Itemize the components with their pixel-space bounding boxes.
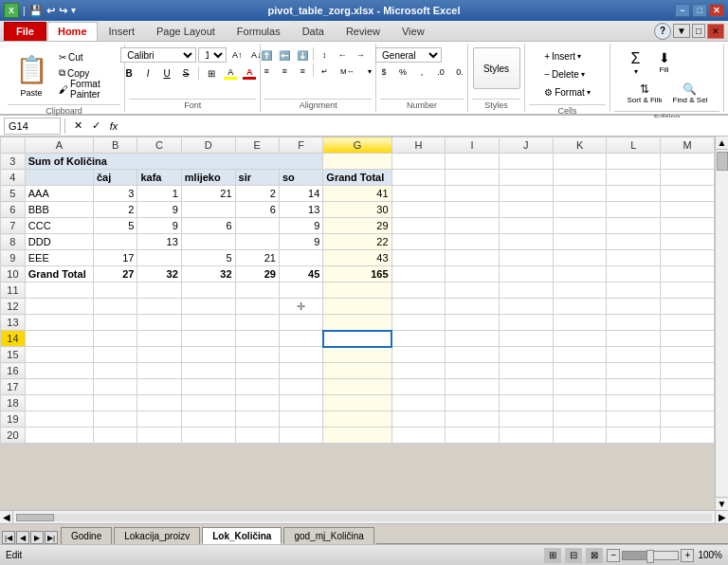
cell-A11[interactable] [25, 282, 93, 299]
cell-B9[interactable]: 17 [93, 250, 136, 266]
cell-D5[interactable]: 21 [181, 186, 235, 202]
fill-button[interactable]: ⬇ Fill [651, 47, 678, 79]
cell-H4[interactable] [391, 170, 446, 186]
vertical-scrollbar[interactable]: ▲ ▼ [715, 137, 728, 510]
wrap-text-button[interactable]: ↵ [316, 64, 333, 79]
cell-L4[interactable] [607, 170, 661, 186]
confirm-formula-button[interactable]: ✓ [87, 118, 104, 135]
sheet-nav-prev[interactable]: ◀ [16, 531, 29, 544]
col-header-I[interactable]: I [446, 137, 500, 154]
cell-M3[interactable] [661, 154, 715, 170]
cell-A6[interactable]: BBB [25, 202, 93, 218]
quick-dropdown-icon[interactable]: ▾ [71, 6, 76, 15]
cell-I9[interactable] [446, 250, 500, 266]
cell-J8[interactable] [499, 234, 553, 250]
currency-button[interactable]: $ [375, 64, 392, 80]
cell-C13[interactable] [137, 315, 181, 331]
cell-M11[interactable] [661, 282, 715, 299]
col-header-M[interactable]: M [661, 137, 715, 154]
zoom-slider[interactable] [622, 551, 679, 560]
cell-L13[interactable] [607, 315, 661, 331]
cell-J4[interactable] [499, 170, 553, 186]
cell-G20[interactable] [323, 428, 391, 444]
cell-H6[interactable] [391, 202, 446, 218]
col-header-K[interactable]: K [553, 137, 607, 154]
sheet-tab-godine[interactable]: Godine [61, 527, 112, 544]
cell-D4[interactable]: mlijeko [181, 170, 235, 186]
cell-H13[interactable] [391, 315, 446, 331]
page-break-view-button[interactable]: ⊠ [586, 548, 603, 563]
col-header-F[interactable]: F [279, 137, 322, 154]
cell-I7[interactable] [446, 218, 500, 234]
cell-M4[interactable] [661, 170, 715, 186]
underline-button[interactable]: U [158, 65, 175, 81]
col-header-H[interactable]: H [391, 137, 446, 154]
window-restore-ribbon[interactable]: □ [692, 24, 705, 38]
cell-F4[interactable]: so [279, 170, 322, 186]
cell-B13[interactable] [93, 315, 136, 331]
zoom-thumb[interactable] [646, 550, 654, 563]
align-bottom-button[interactable]: ⬇️ [294, 47, 311, 63]
format-cells-button[interactable]: ⚙ Format ▾ [540, 83, 594, 100]
cell-J9[interactable] [499, 250, 553, 266]
cell-A5[interactable]: AAA [25, 186, 93, 202]
col-header-A[interactable]: A [25, 137, 93, 154]
strikethrough-button[interactable]: S [177, 65, 194, 81]
cell-G11[interactable] [323, 282, 391, 299]
cell-J5[interactable] [499, 186, 553, 202]
cell-C6[interactable]: 9 [137, 202, 181, 218]
zoom-out-button[interactable]: − [607, 549, 620, 562]
cell-A10[interactable]: Grand Total [25, 266, 93, 282]
cell-E5[interactable]: 2 [235, 186, 279, 202]
tab-data[interactable]: Data [292, 22, 335, 41]
scroll-down-button[interactable]: ▼ [716, 497, 728, 510]
cell-I12[interactable] [446, 299, 500, 315]
cell-I6[interactable] [446, 202, 500, 218]
tab-home[interactable]: Home [47, 22, 98, 41]
cell-J13[interactable] [499, 315, 553, 331]
cell-H9[interactable] [391, 250, 446, 266]
cell-G8[interactable]: 22 [323, 234, 391, 250]
cell-I5[interactable] [446, 186, 500, 202]
horizontal-scroll-thumb[interactable] [16, 514, 54, 521]
cell-C15[interactable] [137, 347, 181, 363]
scroll-right-button[interactable]: ▶ [715, 511, 728, 523]
ribbon-minimize-icon[interactable]: ▼ [673, 24, 690, 38]
cell-I14[interactable] [446, 331, 500, 347]
cell-M9[interactable] [661, 250, 715, 266]
number-format-select[interactable]: General [375, 47, 442, 63]
italic-button[interactable]: I [139, 65, 156, 81]
cell-L12[interactable] [607, 299, 661, 315]
decrease-decimal-button[interactable]: 0. [451, 64, 468, 80]
cell-G15[interactable] [323, 347, 391, 363]
cell-B6[interactable]: 2 [93, 202, 136, 218]
cell-L14[interactable] [607, 331, 661, 347]
sheet-tab-god-mj[interactable]: god_mj_Količina [283, 527, 373, 544]
page-layout-view-button[interactable]: ⊟ [565, 548, 582, 563]
cell-J12[interactable] [499, 299, 553, 315]
cell-J6[interactable] [499, 202, 553, 218]
cell-F9[interactable] [279, 250, 322, 266]
sheet-nav-first[interactable]: |◀ [2, 531, 15, 544]
col-header-L[interactable]: L [607, 137, 661, 154]
font-size-select[interactable]: 11 [198, 47, 227, 63]
cell-M5[interactable] [661, 186, 715, 202]
cell-A16[interactable] [25, 363, 93, 379]
cell-L6[interactable] [607, 202, 661, 218]
cell-E13[interactable] [235, 315, 279, 331]
cell-M14[interactable] [661, 331, 715, 347]
cell-M10[interactable] [661, 266, 715, 282]
format-painter-button[interactable]: 🖌 Format Painter [55, 82, 118, 97]
cell-G13[interactable] [323, 315, 391, 331]
cell-G6[interactable]: 30 [323, 202, 391, 218]
indent-increase-button[interactable]: → [352, 47, 369, 63]
cell-I11[interactable] [446, 282, 500, 299]
fill-color-button[interactable]: A [222, 65, 239, 81]
cell-D13[interactable] [181, 315, 235, 331]
cell-E15[interactable] [235, 347, 279, 363]
cell-A9[interactable]: EEE [25, 250, 93, 266]
formula-input[interactable] [124, 118, 724, 135]
cell-I10[interactable] [446, 266, 500, 282]
close-ribbon-button[interactable]: ✕ [707, 24, 724, 39]
cell-K10[interactable] [553, 266, 607, 282]
